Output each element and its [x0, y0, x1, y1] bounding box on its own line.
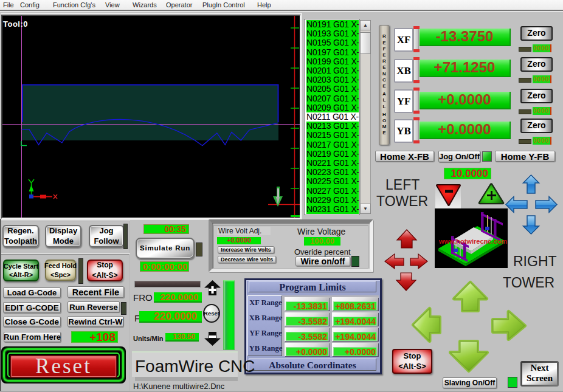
svg-text:www.hotwirecnc.com: www.hotwirecnc.com — [438, 238, 507, 245]
svg-text:Tool:0: Tool:0 — [3, 19, 28, 29]
